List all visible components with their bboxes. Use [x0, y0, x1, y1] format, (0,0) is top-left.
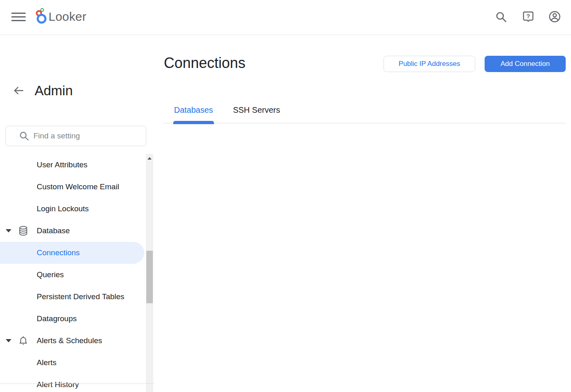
sidebar-item-label: Alerts & Schedules — [0, 336, 102, 345]
connections-tab-bar: Databases SSH Servers — [163, 102, 566, 123]
hamburger-menu-icon[interactable] — [11, 12, 26, 22]
back-arrow-icon[interactable] — [13, 85, 24, 96]
brand-title: Looker — [49, 10, 86, 24]
sidebar-item-label: Connections — [0, 248, 80, 257]
public-ip-addresses-button[interactable]: Public IP Addresses — [384, 56, 475, 72]
help-icon[interactable]: ? — [522, 11, 534, 23]
sidebar-item-custom-welcome-email[interactable]: Custom Welcome Email — [0, 176, 146, 198]
search-icon[interactable] — [495, 11, 507, 23]
sidebar-item-queries[interactable]: Queries — [0, 264, 146, 286]
bell-icon — [18, 335, 29, 346]
sidebar-bottom-divider — [0, 383, 154, 384]
sidebar-item-connections[interactable]: Connections — [0, 242, 144, 264]
sidebar-item-label: Datagroups — [0, 314, 77, 323]
page-title: Connections — [164, 54, 245, 72]
sidebar-item-login-lockouts[interactable]: Login Lockouts — [0, 198, 146, 220]
active-tab-indicator — [173, 121, 214, 124]
sidebar-item-alerts[interactable]: Alerts — [0, 352, 146, 374]
sidebar-item-alert-history[interactable]: Alert History — [0, 374, 146, 392]
caret-down-icon[interactable] — [6, 229, 11, 232]
tab-ssh-servers[interactable]: SSH Servers — [233, 102, 280, 123]
find-setting-search — [5, 126, 146, 146]
sidebar-item-label: Alert History — [0, 380, 79, 389]
sidebar-item-user-attributes[interactable]: User Attributes — [0, 154, 146, 176]
tab-label: SSH Servers — [233, 105, 280, 115]
admin-nav-list: User Attributes Custom Welcome Email Log… — [0, 154, 146, 392]
scrollbar-thumb[interactable] — [146, 251, 153, 303]
find-setting-input[interactable] — [5, 126, 146, 146]
sidebar-scrollbar[interactable] — [146, 154, 153, 392]
admin-sidebar: Admin User Attributes Custom Welcome Ema… — [0, 35, 154, 384]
tab-label: Databases — [174, 105, 213, 115]
sidebar-item-label: User Attributes — [0, 160, 88, 169]
sidebar-item-label: Custom Welcome Email — [0, 182, 119, 191]
sidebar-group-alerts-schedules[interactable]: Alerts & Schedules — [0, 330, 146, 352]
tab-databases[interactable]: Databases — [174, 102, 213, 123]
add-connection-button[interactable]: Add Connection — [485, 56, 566, 72]
top-app-bar: Looker ? — [0, 0, 571, 35]
sidebar-item-label: Queries — [0, 270, 64, 279]
sidebar-item-datagroups[interactable]: Datagroups — [0, 308, 146, 330]
svg-text:?: ? — [526, 13, 530, 20]
sidebar-group-database[interactable]: Database — [0, 220, 146, 242]
admin-panel-title: Admin — [35, 83, 73, 99]
database-icon — [18, 226, 29, 236]
scroll-up-icon[interactable] — [148, 157, 152, 160]
account-icon[interactable] — [549, 11, 561, 23]
sidebar-item-label: Persistent Derived Tables — [0, 292, 124, 301]
caret-down-icon[interactable] — [6, 339, 11, 342]
sidebar-item-label: Login Lockouts — [0, 204, 89, 213]
sidebar-item-persistent-derived-tables[interactable]: Persistent Derived Tables — [0, 286, 146, 308]
sidebar-item-label: Alerts — [0, 358, 57, 367]
